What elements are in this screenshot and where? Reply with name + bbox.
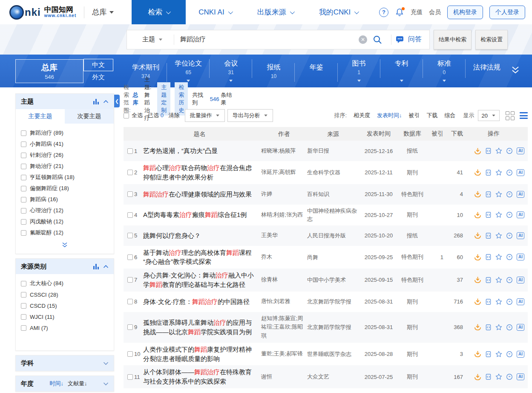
cnki-logo[interactable]: nki 中国知网 www.cnki.net — [9, 5, 76, 20]
subject-filter-针刺治疗[interactable]: 针刺治疗 (26) — [21, 150, 109, 161]
subject-filter-舞蹈病[interactable]: 舞蹈病 (16) — [21, 194, 109, 205]
subject-filter-亨廷顿舞蹈病[interactable]: 亨廷顿舞蹈病 (18) — [21, 172, 109, 183]
cite-icon[interactable]: ” — [506, 324, 513, 331]
result-authors[interactable]: 唐怡;刘若雅 — [261, 297, 307, 306]
db-tab-报纸[interactable]: 报纸10 — [252, 62, 295, 80]
source-filter-北大核心[interactable]: 北大核心 (84) — [21, 278, 109, 289]
html-read-icon[interactable] — [485, 298, 492, 305]
download-icon[interactable] — [474, 373, 481, 381]
select-all-checkbox[interactable] — [124, 113, 129, 118]
tab-main-subject[interactable]: 主要主题 — [16, 109, 65, 124]
result-title-link[interactable]: 从个体到群体——舞蹈治疗在特殊教育与社会支持体系中的实践探索 — [143, 367, 261, 386]
checkbox[interactable] — [21, 281, 26, 286]
clear-search-icon[interactable]: ✕ — [359, 35, 367, 44]
subject-filter-心理治疗[interactable]: 心理治疗 (12) — [21, 205, 109, 216]
result-authors[interactable]: 谢恒 — [261, 373, 307, 381]
lang-tab-foreign[interactable]: 外文 — [83, 71, 113, 84]
qa-button[interactable]: 问答 — [396, 35, 429, 44]
collect-icon[interactable] — [495, 351, 502, 358]
checkbox[interactable] — [21, 230, 26, 236]
search-icon[interactable] — [372, 35, 382, 45]
row-checkbox[interactable] — [127, 233, 133, 238]
row-checkbox[interactable] — [127, 299, 133, 304]
ai-icon[interactable]: AI — [517, 298, 524, 305]
search-input[interactable] — [174, 36, 359, 43]
download-icon[interactable] — [474, 298, 481, 305]
checkbox[interactable] — [21, 153, 26, 158]
scope-value[interactable]: 总库 — [133, 91, 138, 107]
row-checkbox[interactable] — [127, 170, 133, 175]
checkbox[interactable] — [21, 142, 26, 147]
result-title-link[interactable]: 人类作业模式下的舞蹈康复护理对精神分裂症患者睡眠质量的影响 — [143, 345, 261, 364]
lang-tab-chinese[interactable]: 中文 — [83, 59, 113, 71]
search-field-selector[interactable]: 主题 — [127, 35, 174, 45]
result-source[interactable]: 北京舞蹈学院学报 — [307, 323, 359, 332]
source-filter-CSSCI[interactable]: CSSCI (28) — [21, 289, 109, 300]
nav-item-检索[interactable]: 检索 — [132, 0, 186, 24]
checkbox[interactable] — [21, 208, 26, 214]
result-title-link[interactable]: 孤独症谱系障碍儿童舞动治疗的应用与挑战——以北京舞蹈学院实践项目为例 — [143, 318, 261, 337]
checkbox[interactable] — [21, 197, 26, 202]
ai-icon[interactable]: AI — [517, 324, 524, 331]
db-tab-图书[interactable]: 图书1 — [338, 58, 380, 84]
expand-more-icon[interactable] — [16, 240, 114, 254]
cite-icon[interactable]: ” — [506, 351, 513, 358]
result-authors[interactable]: 赵知博;陈蒹宣;周祐瑄;王嘉欣;陈昭琪 — [261, 314, 307, 341]
search-in-results-button[interactable]: 结果中检索 — [434, 30, 472, 49]
subject-custom-button[interactable]: 主题定制 — [157, 82, 170, 116]
library-dropdown[interactable]: 总库 — [92, 7, 114, 17]
collapse-section-icon[interactable] — [103, 265, 109, 269]
html-read-icon[interactable] — [485, 351, 492, 358]
result-title-link[interactable]: 身体·文化·疗愈：舞蹈治疗的中国路径 — [143, 297, 261, 306]
checkbox[interactable] — [21, 130, 26, 136]
result-source[interactable]: 北京舞蹈学院学报 — [307, 298, 359, 306]
row-checkbox[interactable] — [127, 212, 133, 218]
html-read-icon[interactable] — [485, 324, 492, 331]
expand-more-icon[interactable] — [510, 66, 521, 77]
checkbox[interactable] — [21, 292, 26, 298]
checkbox[interactable] — [21, 164, 26, 169]
download-icon[interactable] — [474, 324, 481, 331]
subject-filter-舞蹈治疗[interactable]: 舞蹈治疗 (89) — [21, 127, 109, 139]
download-icon[interactable] — [474, 350, 481, 358]
subject-filter-小舞蹈病[interactable]: 小舞蹈病 (41) — [21, 139, 109, 150]
expand-section-icon[interactable] — [103, 382, 109, 386]
row-checkbox[interactable] — [127, 351, 133, 357]
row-checkbox[interactable] — [127, 191, 133, 197]
db-tab-法律法规[interactable]: 法律法规 — [466, 62, 508, 80]
html-read-icon[interactable] — [485, 373, 492, 380]
subject-filter-舞动治疗[interactable]: 舞动治疗 (21) — [21, 161, 109, 172]
db-tab-年鉴[interactable]: 年鉴 — [295, 62, 337, 80]
bar-chart-icon[interactable] — [93, 99, 99, 104]
row-checkbox[interactable] — [127, 254, 133, 260]
db-tab-专利[interactable]: 专利 — [380, 58, 423, 84]
year-sort-volume[interactable]: 文献量↓ — [68, 380, 87, 387]
subject-filter-偏侧舞蹈症[interactable]: 偏侧舞蹈症 (18) — [21, 183, 109, 194]
subject-filter-氟哌啶醇[interactable]: 氟哌啶醇 (12) — [21, 227, 109, 238]
checkbox[interactable] — [21, 219, 26, 225]
checkbox[interactable] — [21, 186, 26, 191]
db-tab-会议[interactable]: 会议31 — [210, 58, 252, 84]
ai-icon[interactable]: AI — [517, 351, 524, 358]
checkbox[interactable] — [21, 303, 26, 309]
search-settings-button[interactable]: 检索设置 — [475, 30, 508, 49]
result-source[interactable]: 世界睡眠医学杂志 — [307, 350, 359, 358]
checkbox[interactable] — [21, 175, 26, 180]
row-checkbox[interactable] — [127, 277, 133, 283]
bar-chart-icon[interactable] — [93, 264, 99, 269]
source-filter-CSCD[interactable]: CSCD (15) — [21, 300, 109, 311]
sidebar-collapse-handle[interactable]: ❮ — [114, 95, 120, 107]
result-source[interactable]: 大众文艺 — [307, 373, 359, 381]
checkbox[interactable] — [21, 325, 26, 331]
expand-section-icon[interactable] — [103, 361, 109, 365]
collapse-section-icon[interactable] — [103, 100, 109, 104]
tab-secondary-subject[interactable]: 次要主题 — [65, 109, 114, 124]
db-tab-学位论文[interactable]: 学位论文65 — [167, 58, 210, 84]
db-tab-标准[interactable]: 标准0 — [423, 58, 466, 84]
result-authors[interactable]: 董乾;王美;郝军锋 — [261, 350, 307, 358]
row-checkbox[interactable] — [127, 374, 133, 380]
subject-filter-丙戊酸钠[interactable]: 丙戊酸钠 (12) — [21, 216, 109, 227]
db-tab-学术期刊[interactable]: 学术期刊374 — [124, 62, 167, 80]
select-all-label[interactable]: 全选 — [132, 112, 143, 119]
source-filter-AMI[interactable]: AMI (7) — [21, 322, 109, 333]
